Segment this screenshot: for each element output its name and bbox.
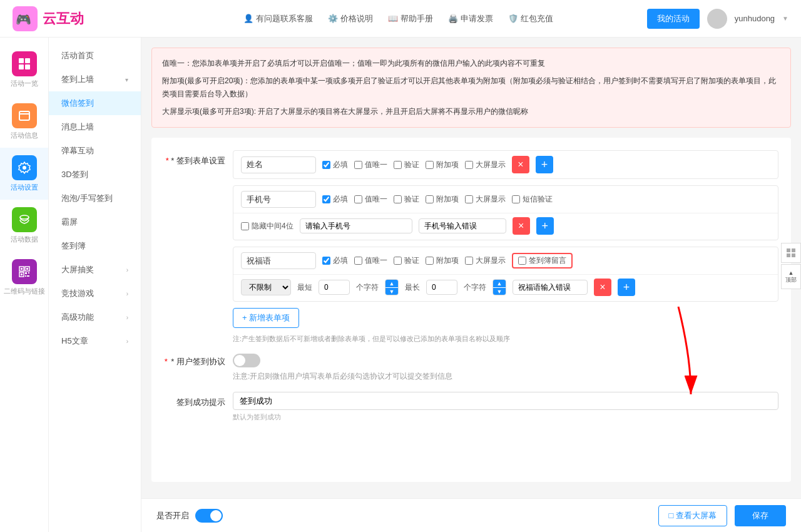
username[interactable]: yunhudong <box>735 14 775 23</box>
sidebar-item-h5-article[interactable]: H5文章 › <box>49 329 141 353</box>
sidebar-item-message-wall[interactable]: 消息上墙 <box>49 115 141 139</box>
logo[interactable]: 🎮 云互动 <box>13 6 150 31</box>
phone-addon-checkbox[interactable] <box>426 195 434 203</box>
name-addon-checkbox[interactable] <box>426 161 434 169</box>
save-button[interactable]: 保存 <box>735 505 786 526</box>
my-activity-button[interactable]: 我的活动 <box>647 9 700 29</box>
name-unique-group[interactable]: 值唯一 <box>354 160 387 170</box>
phone-add-button[interactable]: + <box>536 217 554 235</box>
down-icon[interactable]: ▼ <box>385 287 398 295</box>
sidebar-item-activity-settings[interactable]: 活动设置 <box>0 148 48 200</box>
sidebar-item-activity-data[interactable]: 活动数据 <box>0 200 48 252</box>
blessing-max-updown[interactable]: ▲ ▼ <box>492 279 506 295</box>
blessing-limit-select[interactable]: 不限制 限制字数 <box>241 279 291 295</box>
blessing-bigscreen-checkbox[interactable] <box>465 257 473 265</box>
phone-error-input[interactable] <box>419 218 506 233</box>
protocol-toggle[interactable] <box>233 354 260 367</box>
down-icon[interactable]: ▼ <box>493 287 506 295</box>
up-icon[interactable]: ▲ <box>493 280 506 287</box>
phone-delete-button[interactable]: × <box>513 217 530 235</box>
blessing-unique-group[interactable]: 值唯一 <box>354 255 387 266</box>
enable-toggle[interactable] <box>195 509 223 523</box>
name-unique-checkbox[interactable] <box>354 161 362 169</box>
svg-rect-16 <box>25 272 27 274</box>
blessing-max-input[interactable] <box>426 280 457 295</box>
name-verify-checkbox[interactable] <box>394 161 402 169</box>
blessing-error-input[interactable] <box>513 280 588 295</box>
name-field-input[interactable] <box>241 156 316 173</box>
name-add-button[interactable]: + <box>536 156 553 173</box>
sidebar-item-home[interactable]: 活动首页 <box>49 44 141 68</box>
blessing-min-updown[interactable]: ▲ ▼ <box>385 279 399 295</box>
phone-placeholder-input[interactable] <box>300 218 412 233</box>
add-form-item-button[interactable]: + 新增表单项 <box>233 308 299 328</box>
sidebar-item-signin-wall[interactable]: 签到上墙 ▾ <box>49 68 141 91</box>
blessing-required-checkbox[interactable] <box>322 257 330 265</box>
name-field-row: 必填 值唯一 验证 附加项 <box>233 151 778 178</box>
sidebar-item-activity-list[interactable]: 活动一览 <box>0 44 48 96</box>
sidebar-item-esports[interactable]: 竞技游戏 › <box>49 282 141 305</box>
sidebar-item-danmu[interactable]: 弹幕互动 <box>49 139 141 163</box>
sidebar-item-big-screen-lottery[interactable]: 大屏抽奖 › <box>49 258 141 282</box>
up-icon[interactable]: ▲ <box>385 280 398 287</box>
phone-field-input[interactable] <box>241 191 316 208</box>
left-sidebar: 活动一览 活动信息 活动设置 活动数据 二维码与链接 <box>0 38 49 532</box>
sidebar-item-activity-info[interactable]: 活动信息 <box>0 96 48 148</box>
view-screen-button[interactable]: □ 查看大屏幕 <box>658 505 727 526</box>
top-button[interactable]: ▲ 顶部 <box>781 264 801 289</box>
svg-rect-3 <box>25 58 30 63</box>
sidebar-item-wechat-signin[interactable]: 微信签到 <box>49 91 141 115</box>
phone-required-group[interactable]: 必填 <box>322 194 348 205</box>
blessing-required-group[interactable]: 必填 <box>322 255 348 266</box>
blessing-verify-group[interactable]: 验证 <box>394 255 419 266</box>
bottom-bar: 是否开启 □ 查看大屏幕 保存 <box>141 498 801 532</box>
phone-unique-group[interactable]: 值唯一 <box>354 194 387 205</box>
phone-verify-group[interactable]: 验证 <box>394 194 419 205</box>
blessing-unique-checkbox[interactable] <box>354 257 362 265</box>
success-hint-input[interactable] <box>233 392 778 410</box>
nav-recharge[interactable]: 🛡️ 红包充值 <box>508 13 553 24</box>
hide-middle-checkbox[interactable] <box>241 222 249 230</box>
blessing-delete-button[interactable]: × <box>594 279 611 296</box>
sidebar-item-screen[interactable]: 霸屏 <box>49 210 141 234</box>
sidebar-item-advanced[interactable]: 高级功能 › <box>49 305 141 329</box>
name-verify-group[interactable]: 验证 <box>394 160 419 170</box>
blessing-field-input[interactable] <box>241 252 316 269</box>
name-required-group[interactable]: 必填 <box>322 160 348 170</box>
grid-view-button[interactable] <box>781 243 801 263</box>
phone-verify-checkbox[interactable] <box>394 195 402 203</box>
blessing-addon-group[interactable]: 附加项 <box>426 255 459 266</box>
name-required-checkbox[interactable] <box>322 161 330 169</box>
phone-sms-checkbox[interactable] <box>512 195 520 203</box>
name-addon-group[interactable]: 附加项 <box>426 160 459 170</box>
phone-sms-group[interactable]: 短信验证 <box>512 194 553 205</box>
nav-invoice[interactable]: 🖨️ 申请发票 <box>448 13 493 24</box>
phone-bigscreen-group[interactable]: 大屏显示 <box>465 194 506 205</box>
phone-required-checkbox[interactable] <box>322 195 330 203</box>
phone-unique-checkbox[interactable] <box>354 195 362 203</box>
success-hint-row: 签到成功提示 默认为签到成功 <box>164 392 778 422</box>
nav-pricing[interactable]: ⚙️ 价格说明 <box>328 13 373 24</box>
blessing-addon-checkbox[interactable] <box>426 257 434 265</box>
blessing-guestbook-group[interactable]: 签到簿留言 <box>512 253 573 269</box>
phone-addon-group[interactable]: 附加项 <box>426 194 459 205</box>
phone-bigscreen-checkbox[interactable] <box>465 195 473 203</box>
sidebar-item-bubble-signin[interactable]: 泡泡/手写签到 <box>49 187 141 210</box>
blessing-min-input[interactable] <box>319 280 350 295</box>
blessing-bigscreen-group[interactable]: 大屏显示 <box>465 255 506 266</box>
hide-middle-group[interactable]: 隐藏中间4位 <box>241 221 293 232</box>
nav-customer-service[interactable]: 👤 有问题联系客服 <box>243 13 313 24</box>
sidebar-item-3d-signin[interactable]: 3D签到 <box>49 163 141 187</box>
sidebar-item-qrcode[interactable]: 二维码与链接 <box>0 252 48 304</box>
blessing-verify-checkbox[interactable] <box>394 257 402 265</box>
name-bigscreen-checkbox[interactable] <box>465 161 473 169</box>
name-bigscreen-group[interactable]: 大屏显示 <box>465 160 506 170</box>
blessing-sub-row: 不限制 限制字数 最短 个字符 ▲ ▼ 最长 个字符 <box>233 274 778 301</box>
sidebar-item-signin-book[interactable]: 签到簿 <box>49 234 141 258</box>
blessing-guestbook-checkbox[interactable] <box>518 257 526 265</box>
svg-rect-18 <box>25 275 26 277</box>
blessing-add-button[interactable]: + <box>618 279 635 296</box>
name-delete-button[interactable]: × <box>512 156 529 173</box>
nav-help[interactable]: 📖 帮助手册 <box>388 13 433 24</box>
qrcode-icon <box>12 259 37 284</box>
